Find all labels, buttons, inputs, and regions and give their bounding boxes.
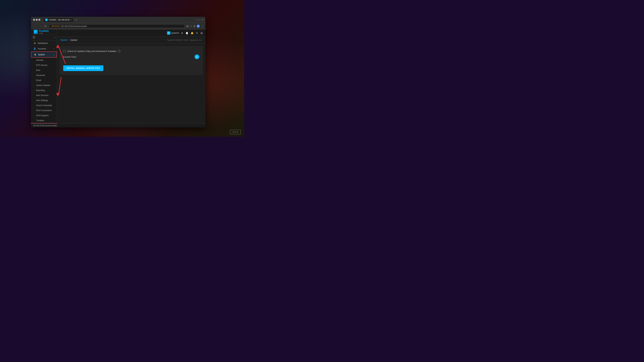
accounts-icon: 👤 (33, 47, 36, 50)
accounts-arrow: ▾ (54, 48, 54, 50)
submenu-ssh-keypairs[interactable]: SSH Keypairs (31, 113, 57, 118)
tasks-icon[interactable]: ⊞ (181, 32, 183, 34)
submenu-alert-services[interactable]: Alert Services (31, 93, 57, 98)
reporting-label: Reporting (36, 89, 45, 91)
address-bar[interactable]: Not secure 192.168.29.92/ui/system/updat… (49, 24, 185, 28)
bell-icon[interactable]: 🔔 (191, 32, 194, 34)
breadcrumb-system[interactable]: System (60, 39, 68, 41)
system-icon: 🖥 (34, 53, 36, 56)
browser-titlebar: T TrueNAS - 192.168.29.92 × + — □ ✕ (31, 17, 206, 23)
check-updates-label: Check for Updates Daily and Download if … (67, 50, 116, 52)
back-button[interactable]: ← (33, 24, 37, 28)
tunables-label: Tunables (36, 119, 44, 122)
advanced-label: Advanced (36, 74, 45, 76)
boot-label: Boot (36, 69, 40, 71)
gear-icon[interactable]: ⚙ (196, 32, 198, 34)
submenu-advanced[interactable]: Advanced (31, 73, 57, 78)
xda-watermark: iXDA (230, 131, 241, 133)
app-header: T TrueNAS CORE (31, 29, 57, 34)
titlebar-actions: — □ ✕ (196, 18, 204, 21)
system-label: System (38, 53, 45, 56)
browser-actions: ⊞ ☆ ⬇ A ⋮ (186, 25, 204, 28)
logo-text: TrueNAS CORE (39, 29, 49, 34)
header-icons: ⊞ 📋 🔔 ⚙ ⏻ (181, 32, 203, 34)
hamburger-icon[interactable]: ☰ (33, 36, 35, 39)
general-label: General (36, 59, 43, 61)
dashboard-label: Dashboard (38, 42, 48, 44)
window-controls (33, 19, 40, 21)
version-label: TrueNAS CORE® © 2024 · iXsystems, Inc. (167, 39, 202, 41)
tab-title: TrueNAS - 192.168.29.92 (49, 19, 70, 21)
logo-truenas: TrueNAS (39, 30, 49, 32)
menu-icon[interactable]: ⋮ (201, 25, 204, 27)
page-header: System / Update TrueNAS CORE® © 2024 · i… (57, 36, 206, 43)
system-dataset-label: System Dataset (36, 84, 50, 86)
submenu-reporting[interactable]: Reporting (31, 88, 57, 93)
refresh-button[interactable]: ↻ (44, 24, 47, 28)
submenu-general[interactable]: General (31, 58, 57, 63)
security-indicator: Not secure (52, 25, 60, 27)
logo-icon: T (34, 30, 38, 34)
submenu-ssh-connections[interactable]: SSH Connections (31, 108, 57, 113)
check-updates-checkbox[interactable] (63, 50, 66, 52)
submenu-alert-settings[interactable]: Alert Settings (31, 98, 57, 103)
submenu-system-dataset[interactable]: System Dataset (31, 83, 57, 88)
install-manual-update-button[interactable]: INSTALL MANUAL UPDATE FILE (63, 65, 103, 71)
refresh-button[interactable]: ↻ (194, 54, 199, 59)
submenu-cloud-credentials[interactable]: Cloud Credentials (31, 103, 57, 108)
browser-window: T TrueNAS - 192.168.29.92 × + — □ ✕ ← → … (31, 17, 206, 127)
help-icon[interactable]: ? (118, 50, 120, 52)
bookmark-icon[interactable]: ☆ (190, 25, 192, 27)
update-panel: Check for Updates Daily and Download if … (60, 46, 203, 75)
window-minimize-button[interactable]: — (196, 18, 198, 21)
right-panel: iX systems ⊞ 📋 🔔 ⚙ ⏻ System / Update (57, 29, 206, 124)
power-icon[interactable]: ⏻ (200, 32, 203, 34)
new-tab-button[interactable]: + (74, 18, 78, 21)
truenas-logo: T TrueNAS CORE (34, 29, 49, 34)
status-url: 192.168.29.92/ui/system/update (33, 125, 57, 126)
logo-core: CORE (39, 32, 49, 34)
ixsystems-text: systems (171, 32, 179, 34)
current-train-label: Current Train: (63, 56, 76, 58)
sidebar-item-system[interactable]: 🖥 System ▴ (31, 51, 57, 58)
browser-addressbar: ← → ↻ Not secure 192.168.29.92/ui/system… (31, 23, 206, 29)
clipboard-icon[interactable]: 📋 (186, 32, 188, 34)
submenu-boot[interactable]: Boot (31, 68, 57, 73)
email-label: Email (36, 79, 41, 81)
current-train-row: Current Train: ↻ (63, 54, 199, 59)
top-bar: iX systems ⊞ 📋 🔔 ⚙ ⏻ (57, 29, 206, 36)
divider (63, 62, 199, 63)
ssh-connections-label: SSH Connections (36, 109, 52, 112)
submenu-email[interactable]: Email (31, 78, 57, 83)
system-submenu: General NTP Servers Boot Advanced Email … (31, 58, 57, 124)
submenu-tunables[interactable]: Tunables (31, 118, 57, 123)
tab-close-icon[interactable]: × (70, 19, 72, 21)
sidebar-top-controls: ☰ ‹ (31, 34, 57, 40)
ixsystems-logo: iX systems (167, 31, 179, 35)
minimize-button[interactable] (33, 19, 35, 21)
profile-icon[interactable]: A (197, 25, 200, 28)
submenu-ntp-servers[interactable]: NTP Servers (31, 63, 57, 68)
system-arrow: ▴ (53, 54, 54, 55)
check-updates-row: Check for Updates Daily and Download if … (63, 50, 199, 52)
main-content: Check for Updates Daily and Download if … (57, 43, 206, 124)
status-bar: 192.168.29.92/ui/system/update (31, 124, 206, 127)
alert-settings-label: Alert Settings (36, 99, 48, 102)
alert-services-label: Alert Services (36, 94, 48, 96)
close-button[interactable] (38, 19, 40, 21)
download-icon[interactable]: ⬇ (193, 25, 196, 27)
sidebar-item-accounts[interactable]: 👤 Accounts ▾ (31, 46, 57, 51)
app-content: T TrueNAS CORE ☰ ‹ ⊞ Dashboard 👤 Acco (31, 29, 206, 124)
ntp-label: NTP Servers (36, 64, 48, 66)
breadcrumb-separator: / (68, 39, 69, 41)
ix-icon: iX (167, 31, 170, 35)
back-icon[interactable]: ‹ (54, 36, 55, 39)
forward-button[interactable]: → (38, 24, 42, 28)
tab-favicon: T (45, 18, 48, 21)
window-maximize-button[interactable]: □ (199, 18, 200, 21)
sidebar-item-dashboard[interactable]: ⊞ Dashboard (31, 40, 57, 46)
window-close-button[interactable]: ✕ (202, 18, 204, 21)
maximize-button[interactable] (36, 19, 38, 21)
active-tab[interactable]: T TrueNAS - 192.168.29.92 × (43, 17, 74, 22)
extensions-icon[interactable]: ⊞ (186, 25, 188, 27)
